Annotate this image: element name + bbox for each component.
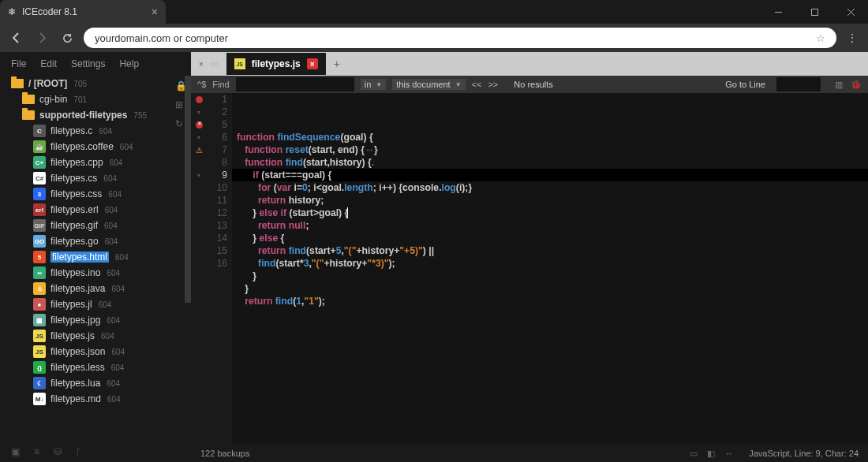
tree-label: cgi-bin: [39, 94, 67, 105]
menu-edit[interactable]: Edit: [40, 58, 57, 69]
file-size: 604: [107, 395, 121, 404]
tab-dots-icon[interactable]: ○○: [210, 60, 219, 68]
file-size: 604: [108, 190, 122, 199]
window-close-button[interactable]: [833, 0, 868, 24]
file-size: 604: [101, 332, 114, 341]
file-icon: C: [33, 125, 46, 137]
tree-file[interactable]: M↓ filetypes.md 604: [0, 391, 191, 407]
editor-tab-active[interactable]: JS filetypes.js ×: [226, 53, 326, 75]
sidebar-scrollbar[interactable]: [185, 76, 191, 442]
folder-icon: [11, 79, 24, 88]
layout-icon[interactable]: ▥: [835, 80, 843, 90]
forward-button[interactable]: [33, 29, 51, 47]
browser-tab[interactable]: ❄ ICEcoder 8.1 ×: [0, 0, 166, 24]
status-icon-3[interactable]: ↔: [724, 449, 733, 458]
file-icon: ☾: [33, 377, 46, 389]
tree-file[interactable]: ▦ filetypes.jpg 604: [0, 312, 191, 328]
menu-settings[interactable]: Settings: [71, 58, 105, 69]
file-label: filetypes.erl: [51, 204, 99, 215]
layers-icon[interactable]: ≡: [34, 446, 39, 457]
find-next-button[interactable]: >>: [488, 80, 498, 89]
file-icon: ♨: [33, 282, 46, 295]
tree-file[interactable]: ☕ filetypes.coffee 604: [0, 139, 191, 155]
tree-root[interactable]: / [ROOT] 705: [0, 76, 191, 91]
find-input[interactable]: [236, 77, 354, 91]
tree-file[interactable]: ☾ filetypes.lua 604: [0, 375, 191, 391]
tree-file[interactable]: ● filetypes.jl 604: [0, 296, 191, 312]
minimize-button[interactable]: [761, 0, 795, 24]
tree-file[interactable]: GIF filetypes.gif 604: [0, 218, 191, 233]
file-label: filetypes.md: [51, 393, 101, 404]
file-label: filetypes.js: [51, 330, 95, 341]
tree-file[interactable]: JS filetypes.json 604: [0, 344, 191, 360]
database-icon[interactable]: ⛁: [54, 446, 62, 457]
close-icon[interactable]: ×: [152, 6, 158, 18]
browser-menu-icon[interactable]: ⋮: [844, 32, 860, 43]
file-size: 604: [111, 363, 125, 372]
goto-line-input[interactable]: [776, 77, 821, 91]
code-content[interactable]: function findSequence(goal) { function r…: [232, 93, 868, 445]
maximize-button[interactable]: [797, 0, 832, 24]
tab-close-small-icon[interactable]: ×: [199, 60, 204, 69]
url-text: yourdomain.com or computer: [95, 32, 228, 44]
git-icon[interactable]: ᚴ: [76, 446, 81, 457]
tree-file[interactable]: C filetypes.c 604: [0, 123, 191, 139]
tree-size: 755: [133, 111, 147, 120]
file-label: filetypes.java: [51, 283, 105, 294]
tree-file[interactable]: C+ filetypes.cpp 604: [0, 155, 191, 170]
editor-tabbar: × ○○ JS filetypes.js × +: [191, 52, 868, 76]
code-editor[interactable]: ▾✕▾⚠▾ 125678910111213141516 function fin…: [191, 93, 868, 445]
file-label: filetypes.go: [51, 236, 99, 247]
tree-file[interactable]: erl filetypes.erl 604: [0, 202, 191, 218]
regex-toggle[interactable]: ^$: [197, 80, 206, 89]
url-input[interactable]: yourdomain.com or computer ☆: [84, 28, 836, 48]
file-label: filetypes.cpp: [51, 157, 103, 168]
find-scope-doc[interactable]: this document▼: [392, 79, 465, 90]
find-scope-in[interactable]: in▼: [361, 79, 386, 90]
tree-file[interactable]: JS filetypes.js 604: [0, 328, 191, 344]
bug-icon[interactable]: 🐞: [851, 80, 862, 90]
tree-file[interactable]: GO filetypes.go 604: [0, 233, 191, 249]
tree-file[interactable]: ♨ filetypes.java 604: [0, 281, 191, 296]
file-size: 604: [99, 127, 112, 136]
file-size: 604: [104, 222, 118, 230]
file-size: 604: [115, 253, 129, 262]
find-prev-button[interactable]: <<: [472, 80, 482, 89]
bookmark-star-icon[interactable]: ☆: [816, 32, 825, 44]
gutter[interactable]: ▾✕▾⚠▾: [191, 93, 207, 445]
svg-rect-1: [811, 9, 817, 15]
file-size: 604: [110, 158, 123, 167]
tree-size: 705: [73, 80, 87, 88]
tree-file[interactable]: {} filetypes.less 604: [0, 360, 191, 375]
file-label: filetypes.css: [51, 188, 102, 199]
editor-area: × ○○ JS filetypes.js × + ^$ Find in▼ thi…: [191, 52, 868, 462]
terminal-icon[interactable]: ▣: [11, 446, 20, 457]
tree-folder-supported[interactable]: supported-filetypes 755: [0, 107, 191, 123]
file-js-icon: JS: [234, 58, 245, 69]
file-size: 604: [105, 206, 118, 214]
sidebar: File Edit Settings Help 🔒 ⊞ ↻ / [ROOT] 7…: [0, 52, 191, 462]
file-icon: {}: [33, 361, 46, 374]
tab-close-icon[interactable]: ×: [307, 58, 318, 69]
tree-file[interactable]: 3 filetypes.css 604: [0, 186, 191, 202]
status-icon-1[interactable]: ▭: [690, 449, 698, 459]
menu-file[interactable]: File: [11, 58, 26, 69]
snowflake-icon: ❄: [8, 6, 16, 17]
status-icon-2[interactable]: ◧: [707, 449, 715, 459]
file-label: filetypes.c: [51, 125, 92, 136]
tree-file[interactable]: ∞ filetypes.ino 604: [0, 265, 191, 281]
tree-file[interactable]: 5 filetypes.html 604: [0, 249, 191, 265]
app-menu: File Edit Settings Help: [0, 52, 191, 76]
reload-button[interactable]: [58, 29, 76, 47]
tree-file[interactable]: C# filetypes.cs 604: [0, 170, 191, 186]
file-size: 604: [107, 269, 120, 278]
status-bar: 122 backups ▭ ◧ ↔ JavaScript, Line: 9, C…: [191, 445, 868, 462]
file-label: filetypes.lua: [51, 378, 100, 389]
tree-folder-cgi[interactable]: cgi-bin 701: [0, 91, 191, 107]
file-size: 604: [111, 285, 125, 293]
line-numbers: 125678910111213141516: [207, 93, 232, 445]
file-label: filetypes.gif: [51, 220, 98, 231]
menu-help[interactable]: Help: [119, 58, 139, 69]
back-button[interactable]: [8, 29, 25, 47]
new-tab-button[interactable]: +: [326, 58, 348, 70]
